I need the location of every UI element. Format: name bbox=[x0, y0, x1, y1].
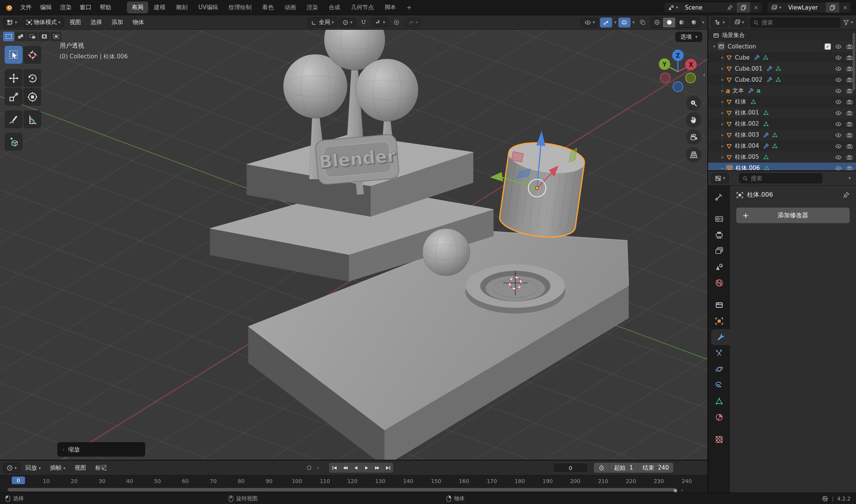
disable-render-icon[interactable] bbox=[846, 99, 853, 105]
tab-shading[interactable]: 着色 bbox=[257, 2, 279, 13]
tab-modifiers-active[interactable] bbox=[711, 329, 730, 345]
editor-type-button[interactable]: ▾ bbox=[3, 18, 21, 27]
select-intersect-button[interactable] bbox=[50, 32, 62, 41]
tab-collection[interactable] bbox=[708, 297, 730, 313]
tab-layout[interactable]: 布局 bbox=[127, 2, 148, 13]
outliner-row-cylinder002[interactable]: ▸ 柱体.002 bbox=[708, 118, 856, 129]
hide-eye-icon[interactable] bbox=[835, 87, 842, 94]
outliner-row-cylinder004[interactable]: ▸ 柱体.004 bbox=[708, 141, 856, 152]
overlays-dropdown[interactable]: ▾ bbox=[632, 20, 635, 25]
tab-sculpting[interactable]: 雕刻 bbox=[171, 2, 193, 13]
properties-search-input[interactable] bbox=[739, 175, 822, 182]
disable-render-icon[interactable] bbox=[846, 154, 853, 161]
expand-chevron-icon[interactable]: ▸ bbox=[720, 77, 726, 82]
jump-to-start-button[interactable] bbox=[329, 463, 340, 473]
expand-chevron-icon[interactable]: ▸ bbox=[720, 55, 726, 60]
disable-render-icon[interactable] bbox=[846, 110, 853, 116]
tab-particles[interactable] bbox=[708, 345, 730, 361]
tab-material[interactable] bbox=[708, 409, 730, 425]
expand-chevron-icon[interactable]: ▸ bbox=[720, 132, 726, 137]
shading-dropdown[interactable]: ▾ bbox=[702, 20, 704, 25]
outliner-row-cylinder006-selected[interactable]: ▸ 柱体.006 bbox=[708, 163, 856, 170]
shading-solid-button[interactable] bbox=[663, 18, 675, 27]
outliner-row-cube002[interactable]: ▸ Cube.002 bbox=[708, 74, 856, 85]
snap-settings-dropdown[interactable]: ▾ bbox=[372, 18, 389, 27]
menu-render[interactable]: 渲染 bbox=[56, 2, 76, 13]
expand-chevron-icon[interactable]: ▾ bbox=[711, 44, 717, 49]
pan-button[interactable] bbox=[686, 112, 701, 128]
breadcrumb-object-name[interactable]: 柱体.006 bbox=[747, 191, 773, 199]
scene-delete-button[interactable]: × bbox=[750, 2, 762, 13]
use-preview-range-button[interactable] bbox=[594, 463, 609, 473]
scrollbar-handle-icon[interactable]: ● bbox=[673, 488, 677, 493]
transform-orientation-dropdown[interactable]: 全局 ▾ bbox=[308, 17, 337, 27]
measure-tool[interactable] bbox=[23, 110, 41, 128]
viewlayer-new-copy-button[interactable] bbox=[826, 2, 839, 13]
play-reverse-button[interactable] bbox=[350, 463, 361, 473]
outliner-display-mode-button[interactable]: ▾ bbox=[731, 18, 748, 27]
disable-render-icon[interactable] bbox=[846, 76, 853, 83]
tab-object-data[interactable] bbox=[708, 393, 730, 409]
select-invert-button[interactable] bbox=[39, 32, 50, 41]
tab-compositing[interactable]: 合成 bbox=[324, 2, 345, 13]
tab-texture[interactable] bbox=[708, 431, 730, 447]
filter-button[interactable]: ▾ bbox=[843, 19, 853, 26]
scrollbar-chevron-icon[interactable]: ‹ bbox=[681, 487, 683, 493]
hide-eye-icon[interactable] bbox=[835, 65, 842, 72]
show-gizmo-toggle[interactable] bbox=[600, 18, 612, 27]
disable-render-icon[interactable] bbox=[846, 132, 853, 139]
menu-edit[interactable]: 编辑 bbox=[36, 2, 56, 13]
menu-playback[interactable]: 回放 ▾ bbox=[22, 463, 45, 473]
move-tool[interactable] bbox=[5, 69, 23, 87]
outliner-row-cylinder[interactable]: ▸ 柱体 bbox=[708, 96, 856, 107]
hide-eye-icon[interactable] bbox=[835, 132, 842, 139]
blender-logo-icon[interactable] bbox=[5, 3, 14, 12]
outliner-row-cylinder005[interactable]: ▸ 柱体.005 bbox=[708, 152, 856, 163]
shading-wireframe-button[interactable] bbox=[651, 18, 663, 27]
outliner-scrollbar[interactable] bbox=[853, 33, 855, 90]
proportional-editing-toggle[interactable] bbox=[391, 18, 403, 27]
expand-chevron-icon[interactable]: ▸ bbox=[720, 144, 726, 149]
add-modifier-button[interactable]: + 添加修改器 bbox=[736, 207, 850, 223]
tab-view-layer[interactable] bbox=[708, 243, 730, 259]
select-box-tool[interactable] bbox=[5, 46, 23, 64]
tab-tool[interactable] bbox=[708, 189, 730, 205]
hide-eye-icon[interactable] bbox=[835, 154, 842, 161]
expand-chevron-icon[interactable]: ▸ bbox=[720, 66, 726, 71]
disable-render-icon[interactable] bbox=[846, 65, 853, 72]
tab-physics[interactable] bbox=[708, 361, 730, 377]
scene-new-copy-button[interactable] bbox=[737, 2, 750, 13]
outliner-row-text[interactable]: ▸ a 文本 a bbox=[708, 85, 856, 96]
timeline-editor-type-button[interactable]: ▾ bbox=[3, 463, 20, 473]
menu-timeline-view[interactable]: 视图 bbox=[71, 463, 90, 473]
menu-file[interactable]: 文件 bbox=[16, 2, 36, 13]
scene-browse-button[interactable]: ▾ bbox=[664, 2, 682, 13]
tab-modeling[interactable]: 建模 bbox=[149, 2, 170, 13]
play-button[interactable] bbox=[361, 463, 372, 473]
annotate-tool[interactable] bbox=[5, 110, 23, 128]
tab-uv-editing[interactable]: UV编辑 bbox=[193, 2, 223, 13]
menu-add[interactable]: 添加 bbox=[108, 17, 127, 27]
rotate-tool[interactable] bbox=[23, 69, 41, 87]
outliner-row-scene-collection[interactable]: 场景集合 bbox=[708, 30, 856, 41]
collection-checkbox[interactable]: ✓ bbox=[825, 44, 831, 50]
scene-name[interactable]: Scene bbox=[681, 2, 723, 13]
camera-view-button[interactable] bbox=[686, 129, 701, 145]
sidebar-collapse-arrow[interactable]: ‹ bbox=[703, 71, 705, 79]
properties-options-dropdown[interactable]: ▾ bbox=[846, 176, 853, 181]
xray-toggle[interactable] bbox=[636, 18, 648, 27]
options-dropdown[interactable]: 选项 ▾ bbox=[675, 32, 702, 42]
menu-help[interactable]: 帮助 bbox=[96, 2, 115, 13]
zoom-button[interactable] bbox=[686, 95, 701, 111]
outliner-row-cylinder001[interactable]: ▸ 柱体.001 bbox=[708, 107, 856, 118]
add-cube-tool[interactable] bbox=[5, 133, 23, 151]
menu-view[interactable]: 视图 bbox=[66, 17, 85, 27]
snap-toggle[interactable] bbox=[358, 18, 370, 27]
expand-chevron-icon[interactable]: ▸ bbox=[720, 99, 726, 104]
properties-editor-type-button[interactable]: ▾ bbox=[711, 173, 729, 183]
outliner-editor-type-button[interactable]: ▾ bbox=[711, 18, 728, 27]
frame-end-field[interactable]: 结束 240 bbox=[638, 463, 674, 473]
select-extend-button[interactable] bbox=[15, 32, 26, 41]
tab-rendering[interactable]: 渲染 bbox=[302, 2, 323, 13]
next-keyframe-button[interactable] bbox=[372, 463, 383, 473]
